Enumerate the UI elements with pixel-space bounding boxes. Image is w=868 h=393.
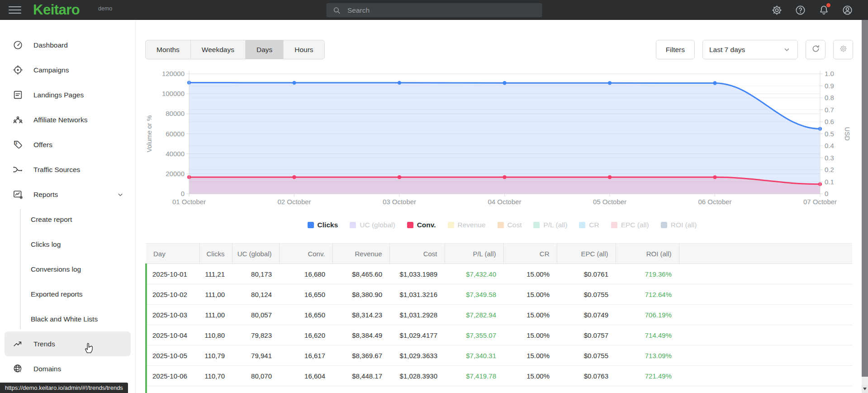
svg-text:0: 0: [825, 190, 828, 197]
legend-label: CR: [589, 221, 599, 229]
cell-cr: 15.00%: [503, 386, 557, 393]
legend-item-cr[interactable]: CR: [579, 221, 599, 229]
sidebar-item-label: Reports: [33, 191, 58, 199]
cell-clicks: 44,49: [199, 386, 232, 393]
legend-swatch: [533, 222, 540, 228]
sidebar-item-traffic-sources[interactable]: Traffic Sources: [0, 157, 135, 182]
sidebar-subitem-clicks-log[interactable]: Clicks log: [0, 232, 135, 257]
legend-swatch: [448, 222, 454, 228]
notifications-bell-icon[interactable]: [818, 5, 830, 16]
cell-conv: 16,650: [279, 284, 332, 305]
sidebar-item-dashboard[interactable]: Dashboard: [0, 33, 135, 58]
svg-text:1.0: 1.0: [825, 70, 834, 77]
filters-button[interactable]: Filters: [656, 40, 695, 59]
tab-months[interactable]: Months: [146, 40, 191, 59]
hamburger-menu-icon[interactable]: [9, 0, 21, 20]
sidebar-item-reports[interactable]: Reports: [0, 182, 135, 207]
sidebar-subitem-create-report[interactable]: Create report: [0, 207, 135, 232]
column-header-revenue: Revenue: [332, 244, 389, 264]
date-range-select[interactable]: Last 7 days: [702, 40, 798, 59]
sidebar-item-landings-pages[interactable]: Landings Pages: [0, 82, 135, 107]
legend-item-clicks[interactable]: Clicks: [308, 221, 338, 229]
cell-p-l-all: $7,432.40: [445, 264, 503, 284]
svg-text:100000: 100000: [162, 90, 185, 97]
cell-cost: $1,029.4177: [389, 325, 445, 345]
global-search[interactable]: [326, 3, 542, 17]
sidebar-item-campaigns[interactable]: Campaigns: [0, 58, 135, 82]
sidebar-subitem-exported-reports[interactable]: Exported reports: [0, 282, 135, 307]
refresh-button[interactable]: [806, 40, 825, 59]
trends-chart: 02000040000600008000010000012000000.10.2…: [145, 59, 855, 213]
cell-clicks: 111,00: [199, 305, 232, 325]
svg-text:06 October: 06 October: [698, 198, 731, 206]
chart-legend: ClicksUC (global)Conv.RevenueCostP/L (al…: [136, 219, 868, 231]
svg-text:0.6: 0.6: [825, 118, 834, 125]
legend-item-conv[interactable]: Conv.: [407, 221, 436, 229]
cell-cr: 15.00%: [503, 284, 557, 305]
tab-hours[interactable]: Hours: [284, 40, 324, 59]
cell-spacer: [679, 366, 852, 386]
legend-item-uc-global[interactable]: UC (global): [350, 221, 395, 229]
scrollbar-thumb[interactable]: [862, 20, 868, 377]
table-header-row: DayClicksUC (global)Conv.RevenueCostP/L …: [146, 244, 852, 264]
sidebar-item-trends[interactable]: Trends: [5, 331, 131, 356]
column-header-cost: Cost: [389, 244, 445, 264]
legend-item-cost[interactable]: Cost: [498, 221, 522, 229]
traffic-sources-icon: [12, 164, 23, 175]
sidebar-item-affiliate-networks[interactable]: Affiliate Networks: [0, 107, 135, 132]
settings-gear-icon[interactable]: [771, 5, 783, 16]
cell-epc-all: $0.0749: [557, 305, 616, 325]
sidebar: DashboardCampaignsLandings PagesAffiliat…: [0, 20, 136, 393]
notification-badge: [826, 3, 830, 7]
sidebar-item-offers[interactable]: $Offers: [0, 132, 135, 157]
scrollbar-down-button[interactable]: [862, 385, 868, 393]
sidebar-item-label: Trends: [33, 340, 55, 348]
cell-cr: 15.00%: [503, 366, 557, 386]
cell-p-l-all: $7,282.94: [445, 305, 503, 325]
cell-spacer: [679, 284, 852, 305]
svg-text:40000: 40000: [166, 150, 185, 158]
cell-clicks: 111,21: [199, 264, 232, 284]
svg-text:80000: 80000: [166, 110, 185, 117]
table-row: 2025-10-04110,8079,82316,620$8,384.49$1,…: [146, 325, 852, 345]
main-content: MonthsWeekdaysDaysHours Filters Last 7 d…: [136, 20, 868, 393]
legend-item-revenue[interactable]: Revenue: [448, 221, 486, 229]
legend-item-p-l-all[interactable]: P/L (all): [533, 221, 567, 229]
help-icon[interactable]: [795, 5, 806, 16]
cell-epc-all: $0.0763: [557, 366, 616, 386]
cell-day: 2025-10-03: [146, 305, 199, 325]
column-header-clicks: Clicks: [199, 244, 232, 264]
vertical-scrollbar[interactable]: [862, 20, 868, 393]
sidebar-item-label: Traffic Sources: [33, 166, 80, 174]
legend-label: Revenue: [458, 221, 486, 229]
trends-table: DayClicksUC (global)Conv.RevenueCostP/L …: [145, 243, 852, 393]
column-header-p-l-all: P/L (all): [445, 244, 503, 264]
svg-text:04 October: 04 October: [488, 198, 521, 206]
cell-conv: 16,604: [279, 366, 332, 386]
cell-clicks: 110,80: [199, 325, 232, 345]
legend-item-roi-all[interactable]: ROI (all): [661, 221, 697, 229]
dashboard-icon: [12, 40, 23, 50]
chevron-down-icon: [783, 45, 791, 54]
chart-settings-button[interactable]: [833, 40, 853, 59]
sidebar-subitem-black-and-white-lists[interactable]: Black and White Lists: [0, 307, 135, 331]
cell-p-l-all: $7,340.31: [445, 345, 503, 366]
legend-item-epc-all[interactable]: EPC (all): [611, 221, 649, 229]
account-icon[interactable]: [842, 5, 853, 16]
cell-uc-global: 80,173: [232, 264, 279, 284]
sidebar-item-domains[interactable]: Domains: [0, 356, 135, 381]
toolbar: MonthsWeekdaysDaysHours Filters Last 7 d…: [145, 40, 853, 59]
cell-roi-all: 714.49%: [616, 325, 679, 345]
tab-weekdays[interactable]: Weekdays: [191, 40, 246, 59]
tab-days[interactable]: Days: [246, 40, 284, 59]
app-logo: Keitaro: [33, 2, 80, 18]
table-row: 2025-10-05110,7979,94116,617$8,369.67$1,…: [146, 345, 852, 366]
svg-text:0.4: 0.4: [825, 142, 834, 149]
cell-cost: $417.2090: [389, 386, 445, 393]
cell-conv: 16,650: [279, 305, 332, 325]
search-input[interactable]: [346, 6, 536, 15]
legend-swatch: [661, 222, 667, 228]
cell-day: 2025-10-04: [146, 325, 199, 345]
cell-roi-all: 706.31%: [616, 386, 679, 393]
sidebar-subitem-conversions-log[interactable]: Conversions log: [0, 257, 135, 282]
